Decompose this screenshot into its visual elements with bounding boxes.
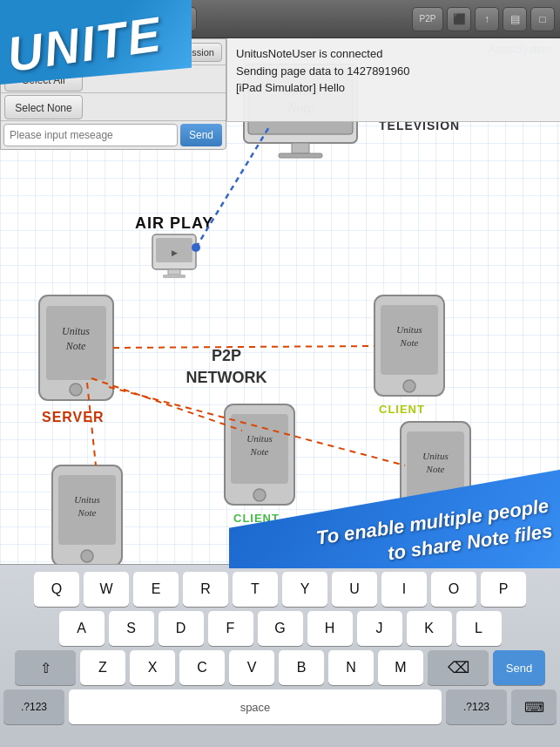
number-switch-key[interactable]: .?123 [3,689,64,724]
key-j[interactable]: J [357,611,402,646]
key-v[interactable]: V [229,650,274,685]
key-k[interactable]: K [407,611,452,646]
key-z[interactable]: Z [80,650,125,685]
bottom-left-phone: Unitus Note [52,465,122,564]
mission-button[interactable]: ssion [184,43,222,62]
keyboard-row-3: ⇧ Z X C V B N M ⌫ Send [3,650,557,685]
svg-text:▶: ▶ [172,248,178,257]
svg-text:Note: Note [250,446,269,457]
svg-text:SERVER: SERVER [42,410,105,424]
keyboard-row-2: A S D F G H J K L [3,611,557,646]
key-r[interactable]: R [183,572,228,607]
svg-text:NETWORK: NETWORK [186,369,267,386]
svg-line-46 [113,346,374,348]
svg-text:Unitus: Unitus [422,451,448,461]
svg-text:Unitus: Unitus [246,433,272,444]
send-button[interactable]: Send [180,124,222,146]
number-switch-key-right[interactable]: .?123 [446,689,507,724]
shift-key[interactable]: ⇧ [15,650,76,685]
svg-line-47 [91,378,242,431]
connection-row: ✓ UnitusNoteU... Auto ssion [1,39,226,65]
keyboard: Q W E R T Y U I O P A S D F G H J K L ⇧ … [0,564,560,747]
key-d[interactable]: D [159,611,204,646]
key-u[interactable]: U [332,572,377,607]
keyboard-row-4: .?123 space .?123 ⌨ [3,689,557,724]
square-icon[interactable]: □ [530,7,555,31]
svg-text:Note: Note [400,337,419,348]
connection-panel: ✓ UnitusNoteU... Auto ssion Select All S… [0,38,226,150]
svg-text:Unitus: Unitus [396,324,422,335]
message-row: Send [1,121,226,149]
key-g[interactable]: G [258,611,303,646]
select-all-row: Select All [1,65,226,93]
svg-point-25 [403,380,415,392]
svg-text:AIR PLAY: AIR PLAY [135,214,213,232]
select-all-button[interactable]: Select All [4,67,83,92]
layers-icon[interactable]: ▤ [503,7,527,31]
center-phone: Unitus Note [225,404,294,505]
svg-text:P2P: P2P [212,347,241,364]
bottom-right-phone: Unitus Note [401,422,470,522]
client-phone-top: Unitus Note [374,295,444,396]
message-input[interactable] [3,124,178,146]
keyboard-row-1: Q W E R T Y U I O P [3,572,557,607]
svg-point-37 [81,550,93,562]
toolbar-right: P2P ⬛ ↑ ▤ □ [412,7,555,31]
ios-toolbar: ⊞ ⚡ ? 📷 ✂ 📋 ↩ P2P ⬛ ↑ ▤ □ [0,0,560,38]
user-name-label: UnitusNoteU... [25,46,145,58]
key-q[interactable]: Q [34,572,79,607]
svg-point-31 [253,489,266,501]
svg-text:CLIENT: CLIENT [233,512,280,525]
key-a[interactable]: A [59,611,105,646]
key-o[interactable]: O [431,572,476,607]
undo-icon[interactable]: ↩ [172,7,197,31]
toolbar-left: ⊞ ⚡ ? 📷 ✂ 📋 ↩ [5,7,197,31]
question-icon[interactable]: ? [61,7,85,31]
grid-icon[interactable]: ⊞ [5,7,30,31]
key-y[interactable]: Y [282,572,327,607]
delete-key[interactable]: ⌫ [428,650,489,685]
checkmark-icon: ✓ [1,39,25,65]
send-key[interactable]: Send [493,650,545,685]
key-f[interactable]: F [208,611,253,646]
svg-point-14 [192,243,200,252]
svg-text:CLIENT: CLIENT [379,403,425,416]
svg-rect-11 [168,269,180,275]
key-s[interactable]: S [109,611,154,646]
key-p[interactable]: P [481,572,526,607]
share-icon[interactable]: ↑ [475,7,499,31]
status-line1: UnitusNoteUser is connected [236,45,551,63]
svg-rect-12 [163,275,186,278]
status-line3: [iPad Simulator] Hello [236,79,551,97]
svg-text:Note: Note [426,464,445,474]
paste-icon[interactable]: 📋 [145,7,169,31]
select-none-row: Select None [1,93,226,121]
camera-icon[interactable]: 📷 [89,7,113,31]
key-l[interactable]: L [456,611,502,646]
key-h[interactable]: H [307,611,353,646]
svg-text:Unitus: Unitus [62,325,90,337]
key-c[interactable]: C [179,650,225,685]
key-i[interactable]: I [381,572,427,607]
svg-text:Note: Note [78,507,97,518]
key-e[interactable]: E [133,572,179,607]
key-m[interactable]: M [378,650,423,685]
select-none-button[interactable]: Select None [4,95,83,119]
status-line2: Sending page data to 1427891960 [236,63,551,80]
keyboard-icon[interactable]: ⌨ [511,689,557,724]
auto-button[interactable]: Auto [145,43,181,62]
svg-rect-4 [292,143,309,153]
airplay-icon[interactable]: ⬛ [447,7,471,31]
p2p-icon[interactable]: P2P [412,7,443,31]
key-x[interactable]: X [130,650,175,685]
key-w[interactable]: W [84,572,129,607]
svg-point-19 [70,384,82,396]
key-t[interactable]: T [233,572,278,607]
status-panel: UnitusNoteUser is connected Sending page… [226,38,560,122]
key-b[interactable]: B [279,650,324,685]
scissors-icon[interactable]: ✂ [117,7,141,31]
key-n[interactable]: N [328,650,374,685]
space-key[interactable]: space [69,689,442,724]
svg-text:Unitus: Unitus [74,494,99,505]
wifi-icon[interactable]: ⚡ [33,7,57,31]
